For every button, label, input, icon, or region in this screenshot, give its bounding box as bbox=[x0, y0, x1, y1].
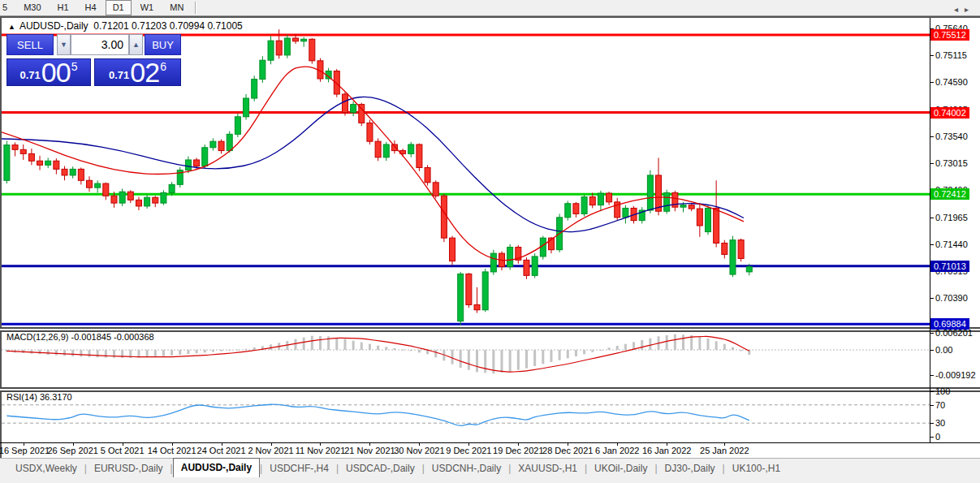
date-label: 5 Oct 2021 bbox=[101, 446, 145, 455]
rsi-tick-label: 0 bbox=[935, 432, 940, 442]
timeframe-button-mn[interactable]: MN bbox=[162, 0, 191, 15]
timeframe-button-w1[interactable]: W1 bbox=[133, 0, 162, 15]
date-label: 2 Nov 2021 bbox=[248, 446, 293, 455]
rsi-tick-label: 70 bbox=[935, 400, 945, 410]
symbol-tab-usdx[interactable]: USDX,Weekly bbox=[8, 460, 84, 477]
price-tick-label: 0.71965 bbox=[935, 213, 968, 222]
buy-price-box[interactable]: 0.71 02 6 bbox=[94, 58, 181, 86]
price-tick-mark bbox=[930, 244, 934, 245]
symbol-tab-audusd[interactable]: AUDUSD-,Daily bbox=[173, 458, 260, 477]
buy-price-big: 02 bbox=[130, 60, 159, 84]
price-level-badge: 0.72412 bbox=[930, 188, 969, 200]
date-label: 21 Nov 2021 bbox=[344, 446, 395, 455]
symbol-tab-usdcad[interactable]: USDCAD-,Daily bbox=[339, 460, 422, 477]
date-label: 24 Oct 2021 bbox=[197, 446, 246, 455]
rsi-indicator-pane[interactable] bbox=[2, 390, 930, 442]
chart-ohlc-title: ▲AUDUSD-,Daily 0.71201 0.71203 0.70994 0… bbox=[8, 20, 243, 32]
price-tick-label: 0.70390 bbox=[935, 293, 968, 303]
tab-scroll-arrows: ◂▸ bbox=[954, 5, 975, 14]
price-tick-label: 0.75115 bbox=[935, 50, 967, 60]
symbol-tab-usdcnh[interactable]: USDCNH-,Daily bbox=[425, 460, 508, 477]
symbol-title: AUDUSD-,Daily bbox=[19, 20, 89, 32]
rsi-tick-mark bbox=[930, 405, 934, 406]
sell-button[interactable]: SELL bbox=[6, 34, 54, 55]
macd-tick-label: 0.006201 bbox=[935, 328, 973, 338]
date-label: 16 Sep 2021 bbox=[0, 446, 50, 455]
date-label: 26 Sep 2021 bbox=[47, 446, 97, 455]
symbol-tab-eurusd[interactable]: EURUSD-,Daily bbox=[87, 460, 171, 477]
buy-price-prefix: 0.71 bbox=[109, 69, 129, 81]
date-label: 6 Jan 2022 bbox=[595, 446, 639, 455]
date-label: 25 Jan 2022 bbox=[700, 446, 749, 455]
timeframe-button-d1[interactable]: D1 bbox=[106, 0, 132, 15]
sell-price-prefix: 0.71 bbox=[20, 69, 41, 81]
pane-separator-rsi[interactable] bbox=[0, 387, 980, 392]
price-tick-mark bbox=[930, 82, 934, 83]
one-click-trading-panel: SELL ▼ 3.00 ▲ BUY 0.71 00 5 0.71 02 6 bbox=[6, 34, 181, 86]
time-axis-line bbox=[0, 442, 980, 443]
rsi-tick-label: 100 bbox=[935, 386, 950, 396]
date-label: 14 Oct 2021 bbox=[148, 446, 196, 455]
symbol-tab-ukoil[interactable]: UKOil-,Daily bbox=[587, 460, 654, 477]
price-tick-label: 0.71440 bbox=[935, 239, 968, 249]
symbol-tab-uk100[interactable]: UK100-,H1 bbox=[725, 460, 788, 477]
rsi-tick-mark bbox=[930, 391, 934, 392]
tab-scroll-left-icon[interactable]: ◂ bbox=[954, 5, 965, 14]
price-level-badge: 0.71013 bbox=[930, 261, 969, 272]
price-tick-label: 0.74590 bbox=[935, 77, 968, 87]
price-level-badge: 0.74002 bbox=[930, 107, 969, 119]
timeframe-button-h4[interactable]: H4 bbox=[78, 0, 104, 15]
mt4-terminal: 5M30H1H4D1W1MN ▲AUDUSD-,Daily 0.71201 0.… bbox=[0, 0, 980, 483]
price-level-badge: 0.75512 bbox=[930, 29, 969, 41]
status-strip bbox=[0, 477, 980, 483]
timeframe-button-5[interactable]: 5 bbox=[0, 0, 15, 15]
macd-tick-label: 0.00 bbox=[935, 345, 952, 355]
price-tick-mark bbox=[930, 163, 934, 164]
date-label: 30 Nov 2021 bbox=[394, 446, 444, 455]
rsi-label: RSI(14) 36.3170 bbox=[6, 392, 72, 402]
macd-tick-mark bbox=[930, 350, 934, 351]
ohlc-values: 0.71201 0.71203 0.70994 0.71005 bbox=[93, 20, 243, 32]
tab-scroll-right-icon[interactable]: ▸ bbox=[965, 5, 975, 14]
timeframe-button-h1[interactable]: H1 bbox=[50, 0, 76, 15]
price-tick-label: 0.73015 bbox=[935, 158, 968, 168]
sell-price-box[interactable]: 0.71 00 5 bbox=[6, 58, 91, 86]
symbol-tab-usdchf[interactable]: USDCHF-,H4 bbox=[262, 460, 336, 477]
symbol-tab-xauusd[interactable]: XAUUSD-,H1 bbox=[511, 460, 585, 477]
timeframe-button-m30[interactable]: M30 bbox=[16, 0, 48, 15]
sell-price-pip: 5 bbox=[71, 60, 78, 73]
symbol-tab-dj30[interactable]: DJ30-,Daily bbox=[658, 460, 723, 477]
macd-tick-label: -0.009192 bbox=[935, 370, 976, 380]
date-label: 11 Nov 2021 bbox=[296, 446, 346, 455]
timeframe-toolbar: 5M30H1H4D1W1MN bbox=[0, 0, 980, 16]
symbol-tab-bar: USDX,Weekly|EURUSD-,Daily|AUDUSD-,Daily|… bbox=[0, 458, 980, 477]
date-label: 9 Dec 2021 bbox=[446, 446, 491, 455]
price-tick-mark bbox=[930, 136, 934, 137]
macd-tick-mark bbox=[930, 333, 934, 334]
macd-tick-mark bbox=[930, 375, 934, 376]
price-tick-mark bbox=[930, 298, 934, 299]
rsi-tick-mark bbox=[930, 437, 934, 438]
sell-price-big: 00 bbox=[41, 60, 71, 84]
volume-increase-button[interactable]: ▲ bbox=[129, 34, 143, 55]
date-label: 16 Jan 2022 bbox=[642, 446, 692, 455]
volume-decrease-button[interactable]: ▼ bbox=[57, 34, 71, 55]
toolbar-separator bbox=[195, 2, 196, 14]
price-tick-mark bbox=[930, 218, 934, 218]
volume-input[interactable]: 3.00 bbox=[71, 34, 129, 55]
rsi-tick-mark bbox=[930, 423, 934, 424]
macd-label: MACD(12,26,9) -0.001845 -0.000368 bbox=[6, 332, 154, 342]
date-label: 19 Dec 2021 bbox=[493, 446, 543, 455]
collapse-panel-icon[interactable]: ▲ bbox=[8, 23, 15, 31]
date-label: 28 Dec 2021 bbox=[542, 446, 593, 455]
buy-button[interactable]: BUY bbox=[145, 34, 181, 55]
price-tick-mark bbox=[930, 55, 934, 56]
buy-price-pip: 6 bbox=[160, 60, 166, 73]
rsi-tick-label: 30 bbox=[935, 418, 945, 428]
price-tick-label: 0.73540 bbox=[935, 132, 968, 141]
